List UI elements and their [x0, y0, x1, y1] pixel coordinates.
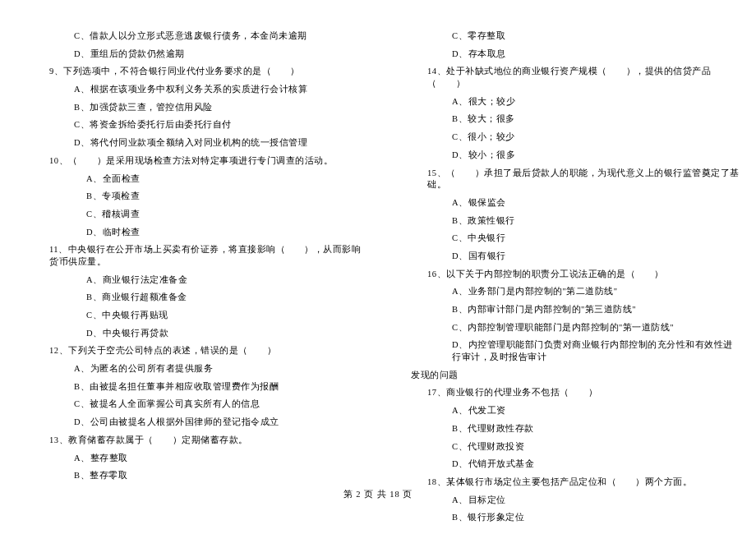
q11-opt-d: D、中央银行再贷款	[16, 328, 362, 340]
q12-opt-c: C、被提名人全面掌握公司真实所有人的信息	[16, 398, 362, 411]
q11-opt-a: A、商业银行法定准备金	[16, 274, 362, 287]
question-9-stem: 9、下列选项中，不符合银行同业代付业务要求的是（ ）	[16, 66, 362, 78]
q17-opt-c: C、代理财政投资	[394, 441, 740, 453]
q17-opt-b: B、代理财政性存款	[394, 423, 740, 435]
q17-opt-d: D、代销开放式基金	[394, 458, 740, 471]
question-11-stem: 11、中央银行在公开市场上买卖有价证券，将直接影响（ ），从而影响货币供应量。	[16, 244, 362, 268]
q11-opt-b: B、商业银行超额准备金	[16, 292, 362, 304]
q12-opt-d: D、公司由被提名人根据外国律师的登记指令成立	[16, 417, 362, 429]
q12-opt-a: A、为匿名的公司所有者提供服务	[16, 363, 362, 375]
question-18-stem: 18、某体银行市场定位主要包括产品定位和（ ）两个方面。	[394, 476, 740, 489]
question-12-stem: 12、下列关于空壳公司特点的表述，错误的是（ ）	[16, 345, 362, 357]
q17-opt-a: A、代发工资	[394, 405, 740, 417]
question-17-stem: 17、商业银行的代理业务不包括（ ）	[394, 387, 740, 399]
question-14-stem: 14、处于补缺式地位的商业银行资产规模（ ），提供的信贷产品（ ）	[394, 66, 740, 90]
q14-opt-d: D、较小；很多	[394, 150, 740, 162]
q14-opt-b: B、较大；很多	[394, 113, 740, 126]
q16-opt-a: A、业务部门是内部控制的"第二道防线"	[394, 286, 740, 298]
q16-opt-c: C、内部控制管理职能部门是内部控制的"第一道防线"	[394, 322, 740, 334]
question-15-stem: 15、（ ）承担了最后贷款人的职能，为现代意义上的银行监管奠定了基础。	[394, 168, 740, 191]
option-d: D、重组后的贷款仍然逾期	[16, 48, 362, 61]
q15-opt-d: D、国有银行	[394, 251, 740, 263]
q18-opt-b: B、银行形象定位	[394, 512, 740, 524]
q15-opt-c: C、中央银行	[394, 232, 740, 245]
q12-opt-b: B、由被提名担任董事并相应收取管理费作为报酬	[16, 381, 362, 394]
q9-opt-d: D、将代付同业款项全额纳入对同业机构的统一授信管理	[16, 137, 362, 150]
q9-opt-b: B、加强贷款三查，管控信用风险	[16, 102, 362, 114]
q13-opt-b: B、整存零取	[16, 470, 362, 482]
q11-opt-c: C、中央银行再贴现	[16, 310, 362, 322]
question-10-stem: 10、（ ）是采用现场检查方法对特定事项进行专门调查的活动。	[16, 155, 362, 168]
question-13-stem: 13、教育储蓄存款属于（ ）定期储蓄存款。	[16, 435, 362, 447]
q14-opt-a: A、很大；较少	[394, 96, 740, 108]
q14-opt-c: C、很小；较少	[394, 131, 740, 144]
q10-opt-a: A、全面检查	[16, 173, 362, 186]
q18-opt-a: A、目标定位	[394, 495, 740, 507]
q13-opt-c: C、零存整取	[394, 30, 740, 43]
q16-continuation: 发现的问题	[394, 370, 740, 382]
q15-opt-a: A、银保监会	[394, 197, 740, 209]
q10-opt-d: D、临时检查	[16, 227, 362, 239]
q13-opt-a: A、整存整取	[16, 453, 362, 465]
left-column: C、借款人以分立形式恶意逃废银行债务，本金尚未逾期 D、重组后的贷款仍然逾期 9…	[0, 25, 378, 485]
q16-opt-d: D、内控管理职能部门负责对商业银行内部控制的充分性和有效性进行审计，及时报告审计	[394, 339, 740, 363]
option-c: C、借款人以分立形式恶意逃废银行债务，本金尚未逾期	[16, 30, 362, 43]
page-body: C、借款人以分立形式恶意逃废银行债务，本金尚未逾期 D、重组后的贷款仍然逾期 9…	[0, 0, 756, 485]
question-16-stem: 16、以下关于内部控制的职责分工说法正确的是（ ）	[394, 269, 740, 281]
q10-opt-c: C、稽核调查	[16, 209, 362, 221]
right-column: C、零存整取 D、存本取息 14、处于补缺式地位的商业银行资产规模（ ），提供的…	[378, 25, 756, 485]
q16-opt-b: B、内部审计部门是内部控制的"第三道防线"	[394, 304, 740, 316]
q15-opt-b: B、政策性银行	[394, 215, 740, 228]
q10-opt-b: B、专项检查	[16, 191, 362, 203]
q9-opt-c: C、将资金拆给委托行后由委托行自付	[16, 119, 362, 131]
q9-opt-a: A、根据在该项业务中权利义务关系的实质进行会计核算	[16, 84, 362, 96]
q13-opt-d: D、存本取息	[394, 48, 740, 61]
